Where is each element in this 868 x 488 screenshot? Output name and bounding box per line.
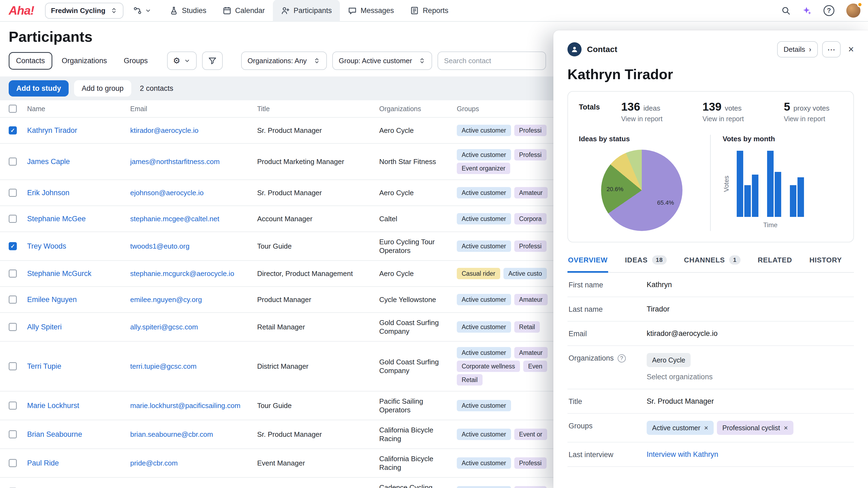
field-email: Emailktirador@aerocycle.io xyxy=(567,322,854,346)
contact-organization: Pacific Sailing Operators xyxy=(379,391,457,420)
row-checkbox[interactable] xyxy=(9,295,17,304)
contact-email-link[interactable]: ktirador@aerocycle.io xyxy=(130,126,198,134)
group-chip[interactable]: Active customer× xyxy=(647,421,714,435)
contact-email-link[interactable]: marie.lockhurst@pacificsailing.com xyxy=(130,401,240,410)
row-checkbox[interactable] xyxy=(9,215,17,223)
panel-tab-history[interactable]: HISTORY xyxy=(809,254,842,273)
nav-item-studies[interactable]: Studies xyxy=(161,0,215,22)
avatar[interactable] xyxy=(846,3,860,18)
contact-email-link[interactable]: stephanie.mcgurck@aerocycle.io xyxy=(130,269,234,278)
panel-tab-overview[interactable]: OVERVIEW xyxy=(567,254,608,273)
charts-row: Ideas by status 65.4%20.6% Votes by mont… xyxy=(579,135,842,231)
contact-title: Sr. Product Manager xyxy=(257,425,379,444)
field-groups: GroupsActive customer×Professional cycli… xyxy=(567,414,854,443)
contact-email-link[interactable]: twoods1@euto.org xyxy=(130,242,190,250)
group-filter-select[interactable]: Group: Active customer xyxy=(332,52,432,70)
contact-name-link[interactable]: Emilee Nguyen xyxy=(27,295,77,304)
workspace-selector[interactable]: Fredwin Cycling xyxy=(45,3,123,19)
contact-name-link[interactable]: James Caple xyxy=(27,158,70,166)
row-checkbox[interactable] xyxy=(9,189,17,197)
help-icon[interactable]: ? xyxy=(618,354,626,362)
tab-count-badge: 1 xyxy=(729,255,740,265)
row-checkbox[interactable] xyxy=(9,323,17,331)
view-in-report-link[interactable]: View in report xyxy=(703,115,744,123)
contact-title: Sr. Product Manager xyxy=(257,121,379,140)
close-panel-button[interactable]: × xyxy=(848,44,854,55)
contact-email-link[interactable]: brian.seabourne@cbr.com xyxy=(130,430,213,438)
tab-contacts[interactable]: Contacts xyxy=(9,52,52,70)
panel-tab-ideas[interactable]: IDEAS18 xyxy=(624,254,667,273)
contact-name-link[interactable]: Stephanie McGurck xyxy=(27,269,91,278)
contact-name-link[interactable]: Kathryn Tirador xyxy=(27,126,77,134)
tab-organizations[interactable]: Organizations xyxy=(55,52,115,70)
column-header-title[interactable]: Title xyxy=(257,105,379,113)
contact-name-link[interactable]: Marie Lockhurst xyxy=(27,401,79,410)
contact-name-link[interactable]: Terri Tupie xyxy=(27,362,61,370)
view-in-report-link[interactable]: View in report xyxy=(784,115,830,123)
add-to-study-button[interactable]: Add to study xyxy=(9,80,69,97)
contact-name-link[interactable]: Erik Johnson xyxy=(27,189,69,197)
filter-button[interactable] xyxy=(202,52,223,70)
contact-email-link[interactable]: terri.tupie@gcsc.com xyxy=(130,362,197,370)
contact-name-link[interactable]: Stephanie McGee xyxy=(27,215,86,223)
contact-name-link[interactable]: Paul Ride xyxy=(27,459,59,467)
contact-name-link[interactable]: Brian Seabourne xyxy=(27,430,82,438)
contact-email-link[interactable]: ejohnson@aerocycle.io xyxy=(130,189,204,197)
vote-bar xyxy=(767,151,774,217)
stat-value: 136 xyxy=(621,100,640,113)
nav-item-messages[interactable]: Messages xyxy=(340,0,402,22)
row-checkbox[interactable]: ✓ xyxy=(9,242,17,250)
search-icon[interactable] xyxy=(781,6,790,15)
contact-name-link[interactable]: Trey Woods xyxy=(27,242,66,250)
nav-item-label: Messages xyxy=(361,6,394,15)
contact-name-link[interactable]: Ally Spiteri xyxy=(27,323,62,331)
row-checkbox[interactable] xyxy=(9,158,17,166)
group-chip[interactable]: Professional cyclist× xyxy=(717,421,794,435)
search-contact-input[interactable] xyxy=(437,52,546,70)
organizations-filter-select[interactable]: Organizations: Any xyxy=(241,52,327,70)
settings-dropdown-button[interactable]: ⚙ xyxy=(167,52,197,70)
stat-unit: votes xyxy=(725,104,742,112)
group-chip: Professi xyxy=(514,486,547,488)
aha-logo[interactable]: Aha! xyxy=(9,4,34,18)
select-organizations[interactable]: Select organizations xyxy=(647,372,853,382)
last-interview-link[interactable]: Interview with Kathryn xyxy=(647,450,718,458)
contact-organization: North Star Fitness xyxy=(379,152,457,171)
row-checkbox[interactable] xyxy=(9,362,17,370)
select-all-checkbox[interactable] xyxy=(9,105,17,113)
column-header-email[interactable]: Email xyxy=(130,105,257,113)
tab-groups[interactable]: Groups xyxy=(116,52,155,70)
row-checkbox[interactable] xyxy=(9,401,17,410)
row-checkbox[interactable] xyxy=(9,269,17,278)
gear-icon: ⚙ xyxy=(173,57,180,65)
contact-email-link[interactable]: pride@cbr.com xyxy=(130,459,178,467)
column-header-name[interactable]: Name xyxy=(27,105,130,113)
help-icon[interactable]: ? xyxy=(824,5,834,16)
row-checkbox[interactable] xyxy=(9,459,17,467)
journeys-menu[interactable] xyxy=(128,0,157,22)
group-chip: Event organizer xyxy=(457,163,510,174)
remove-chip-icon[interactable]: × xyxy=(704,424,708,431)
view-in-report-link[interactable]: View in report xyxy=(621,115,662,123)
row-checkbox[interactable]: ✓ xyxy=(9,126,17,134)
column-header-organizations[interactable]: Organizations xyxy=(379,105,457,113)
contact-email-link[interactable]: james@northstarfitness.com xyxy=(130,158,220,166)
more-options-button[interactable]: ⋯ xyxy=(822,41,841,58)
contact-email-link[interactable]: ally.spiteri@gcsc.com xyxy=(130,323,198,331)
contact-email-link[interactable]: emilee.nguyen@cy.org xyxy=(130,295,202,304)
nav-item-reports[interactable]: Reports xyxy=(402,0,457,22)
panel-tab-label: CHANNELS xyxy=(684,256,725,264)
nav-item-participants[interactable]: Participants xyxy=(273,0,340,22)
details-button[interactable]: Details › xyxy=(777,41,818,58)
remove-chip-icon[interactable]: × xyxy=(784,424,788,431)
row-checkbox[interactable] xyxy=(9,430,17,438)
group-chip: Retail xyxy=(457,374,483,386)
ai-sparkle-icon[interactable] xyxy=(802,6,812,15)
add-to-group-button[interactable]: Add to group xyxy=(74,80,131,97)
contact-email-link[interactable]: stephanie.mcgee@caltel.net xyxy=(130,215,219,223)
nav-item-calendar[interactable]: Calendar xyxy=(215,0,273,22)
studies-icon xyxy=(169,6,178,15)
panel-tab-label: RELATED xyxy=(758,256,792,264)
panel-tab-channels[interactable]: CHANNELS1 xyxy=(684,254,741,273)
panel-tab-related[interactable]: RELATED xyxy=(757,254,793,273)
